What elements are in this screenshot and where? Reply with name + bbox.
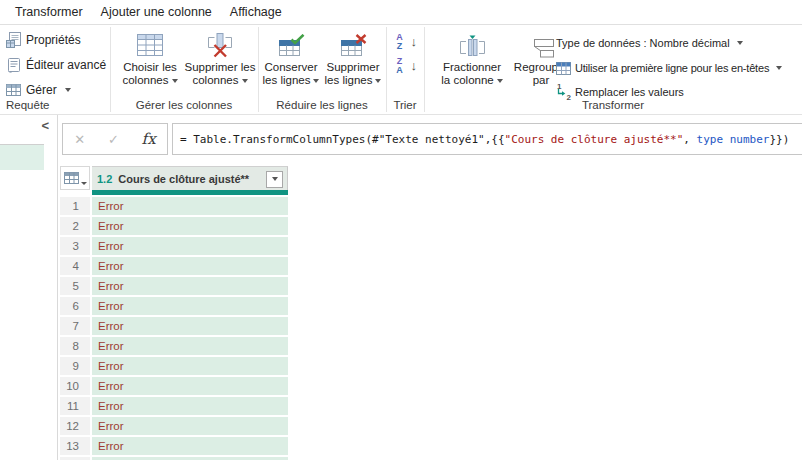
tab-ajouter-une-colonne[interactable]: Ajouter une colonne bbox=[101, 5, 212, 19]
row-number[interactable]: 3 bbox=[60, 237, 90, 255]
choose-columns-button[interactable]: Choisir les colonnes bbox=[114, 28, 186, 87]
remove-columns-label-line2: colonnes bbox=[192, 74, 238, 86]
grid-rows: 1 Error 2 Error 3 Error 4 Error 5 Error … bbox=[60, 197, 288, 460]
error-cell[interactable]: Error bbox=[92, 257, 288, 275]
ribbon-group-transformer: Fractionner la colonne Regrouper par Typ… bbox=[424, 25, 802, 115]
error-cell[interactable]: Error bbox=[92, 337, 288, 355]
row-number[interactable]: 4 bbox=[60, 257, 90, 275]
formula-cancel-button[interactable]: ✕ bbox=[74, 132, 85, 147]
replace-values-icon: 1 2 bbox=[556, 85, 571, 99]
row-number[interactable]: 9 bbox=[60, 357, 90, 375]
dropdown-caret-icon bbox=[375, 79, 381, 83]
split-column-label-line2: la colonne bbox=[441, 74, 493, 86]
error-cell[interactable]: Error bbox=[92, 277, 288, 295]
query-main-area: ✕ ✓ fx = Table.TransformColumnTypes(#"Te… bbox=[58, 115, 802, 460]
error-cell[interactable]: Error bbox=[92, 377, 288, 395]
table-row: 10 Error bbox=[60, 377, 288, 395]
ribbon-group-trier: A Z ↓ Z A ↓ Trier bbox=[386, 25, 424, 115]
collapse-pane-chevron-icon[interactable]: < bbox=[41, 118, 49, 133]
table-row: 7 Error bbox=[60, 317, 288, 335]
group-label-reduire-les-lignes: Réduire les lignes bbox=[258, 99, 386, 111]
row-number[interactable]: 8 bbox=[60, 337, 90, 355]
queries-pane-collapsed: < bbox=[0, 115, 58, 460]
table-row: 8 Error bbox=[60, 337, 288, 355]
properties-button[interactable]: Propriétés bbox=[6, 30, 81, 50]
table-row: 1 Error bbox=[60, 197, 288, 215]
keep-rows-label-line2: les lignes bbox=[263, 74, 311, 86]
remove-columns-button[interactable]: Supprimer les colonnes bbox=[182, 28, 258, 87]
sort-descending-button[interactable]: Z A ↓ bbox=[394, 57, 420, 77]
ribbon-group-reduire-les-lignes: Conserver les lignes Supprimer les ligne… bbox=[258, 25, 386, 115]
dropdown-caret-icon bbox=[737, 41, 743, 45]
formula-toolbar: ✕ ✓ fx bbox=[62, 123, 168, 155]
remove-rows-button[interactable]: Supprimer les lignes bbox=[322, 28, 384, 87]
table-row: 6 Error bbox=[60, 297, 288, 315]
row-number[interactable]: 7 bbox=[60, 317, 90, 335]
remove-rows-icon bbox=[340, 34, 367, 58]
row-number[interactable]: 5 bbox=[60, 277, 90, 295]
error-cell[interactable]: Error bbox=[92, 437, 288, 455]
formula-confirm-button[interactable]: ✓ bbox=[108, 132, 119, 147]
advanced-editor-icon bbox=[6, 57, 21, 73]
dropdown-caret-icon bbox=[65, 88, 71, 92]
group-by-icon bbox=[528, 39, 555, 58]
first-row-headers-label: Utiliser la première ligne pour les en-t… bbox=[575, 62, 769, 74]
error-cell[interactable]: Error bbox=[92, 197, 288, 215]
error-cell[interactable]: Error bbox=[92, 417, 288, 435]
error-cell[interactable]: Error bbox=[92, 397, 288, 415]
ribbon-group-gerer-les-colonnes: Choisir les colonnes Supprimer les colon… bbox=[110, 25, 258, 115]
row-number[interactable]: 12 bbox=[60, 417, 90, 435]
arrow-down-icon: ↓ bbox=[411, 59, 418, 73]
dropdown-caret-icon bbox=[497, 79, 503, 83]
group-label-trier: Trier bbox=[386, 99, 424, 111]
first-row-headers-button[interactable]: Utiliser la première ligne pour les en-t… bbox=[556, 58, 782, 78]
error-cell[interactable]: Error bbox=[92, 237, 288, 255]
row-number[interactable]: 6 bbox=[60, 297, 90, 315]
row-number[interactable]: 10 bbox=[60, 377, 90, 395]
data-type-label: Type de données : Nombre décimal bbox=[556, 37, 730, 49]
filter-caret-icon bbox=[272, 177, 278, 181]
choose-columns-icon bbox=[136, 32, 164, 58]
choose-columns-label-line1: Choisir les bbox=[114, 61, 186, 74]
table-row: 11 Error bbox=[60, 397, 288, 415]
row-number[interactable]: 11 bbox=[60, 397, 90, 415]
group-label-gerer-les-colonnes: Gérer les colonnes bbox=[110, 99, 258, 111]
query-pane-item[interactable] bbox=[0, 144, 44, 170]
table-row: 9 Error bbox=[60, 357, 288, 375]
split-column-icon bbox=[459, 35, 486, 58]
manage-query-button[interactable]: Gérer bbox=[6, 80, 71, 100]
dropdown-caret-icon bbox=[313, 79, 319, 83]
remove-rows-label-line2: les lignes bbox=[325, 74, 373, 86]
replace-values-label: Remplacer les valeurs bbox=[575, 86, 684, 98]
column-filter-button[interactable] bbox=[266, 171, 283, 188]
column-name: Cours de clôture ajusté** bbox=[118, 173, 249, 185]
fx-icon[interactable]: fx bbox=[142, 130, 156, 148]
column-header[interactable]: 1.2 Cours de clôture ajusté** bbox=[92, 166, 288, 190]
split-column-button[interactable]: Fractionner la colonne bbox=[432, 28, 512, 87]
dropdown-caret-icon bbox=[81, 182, 87, 185]
split-column-label-line1: Fractionner bbox=[432, 61, 512, 74]
column-type-decimal-icon[interactable]: 1.2 bbox=[97, 173, 112, 185]
tab-transformer[interactable]: Transformer bbox=[15, 5, 83, 19]
tab-affichage[interactable]: Affichage bbox=[230, 5, 282, 19]
advanced-editor-button[interactable]: Éditeur avancé bbox=[6, 55, 106, 75]
choose-columns-label-line2: colonnes bbox=[122, 74, 168, 86]
formula-input[interactable]: = Table.TransformColumnTypes(#"Texte net… bbox=[172, 123, 802, 155]
row-number[interactable]: 1 bbox=[60, 197, 90, 215]
keep-rows-button[interactable]: Conserver les lignes bbox=[260, 28, 322, 87]
table-row: 3 Error bbox=[60, 237, 288, 255]
table-row: 4 Error bbox=[60, 257, 288, 275]
error-cell[interactable]: Error bbox=[92, 297, 288, 315]
dropdown-caret-icon bbox=[242, 79, 248, 83]
table-corner-button[interactable] bbox=[60, 166, 90, 190]
row-number[interactable]: 2 bbox=[60, 217, 90, 235]
error-cell[interactable]: Error bbox=[92, 217, 288, 235]
editor-content: < ✕ ✓ fx = Table.TransformColumnTypes(#"… bbox=[0, 115, 802, 460]
error-cell[interactable]: Error bbox=[92, 317, 288, 335]
sort-ascending-button[interactable]: A Z ↓ bbox=[394, 33, 420, 53]
group-label-requete: Requête bbox=[6, 99, 49, 111]
error-cell[interactable]: Error bbox=[92, 357, 288, 375]
row-number[interactable]: 13 bbox=[60, 437, 90, 455]
data-type-button[interactable]: Type de données : Nombre décimal bbox=[556, 33, 743, 53]
dropdown-caret-icon bbox=[776, 66, 782, 70]
